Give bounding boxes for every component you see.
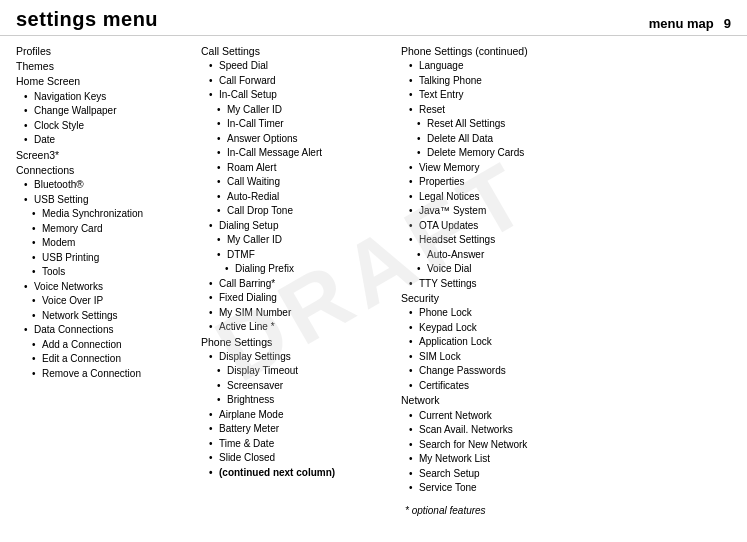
- list-item: Data Connections: [16, 323, 189, 338]
- list-item: Clock Style: [16, 119, 189, 134]
- list-item: Scan Avail. Networks: [401, 423, 589, 438]
- list-item: Java™ System: [401, 204, 589, 219]
- list-item: Auto-Answer: [401, 248, 589, 263]
- col-1: ProfilesThemesHome ScreenNavigation Keys…: [10, 44, 195, 530]
- list-item: Reset All Settings: [401, 117, 589, 132]
- list-item: Call Forward: [201, 74, 389, 89]
- list-item: Home Screen: [16, 74, 189, 89]
- list-item: Battery Meter: [201, 422, 389, 437]
- col-2: Call SettingsSpeed DialCall ForwardIn-Ca…: [195, 44, 395, 530]
- list-item: Dialing Prefix: [201, 262, 389, 277]
- list-item: Keypad Lock: [401, 321, 589, 336]
- list-item: My SIM Number: [201, 306, 389, 321]
- list-item: Slide Closed: [201, 451, 389, 466]
- list-item: Legal Notices: [401, 190, 589, 205]
- optional-note: * optional features: [401, 504, 589, 519]
- list-item: Screen3*: [16, 148, 189, 163]
- list-item: Phone Settings (continued): [401, 44, 589, 59]
- list-item: Text Entry: [401, 88, 589, 103]
- list-item: In-Call Message Alert: [201, 146, 389, 161]
- list-item: Tools: [16, 265, 189, 280]
- list-item: Edit a Connection: [16, 352, 189, 367]
- list-item: Change Wallpaper: [16, 104, 189, 119]
- list-item: Dialing Setup: [201, 219, 389, 234]
- list-item: Search Setup: [401, 467, 589, 482]
- list-item: OTA Updates: [401, 219, 589, 234]
- list-item: Active Line *: [201, 320, 389, 335]
- list-item: My Caller ID: [201, 103, 389, 118]
- list-item: Brightness: [201, 393, 389, 408]
- list-item: USB Printing: [16, 251, 189, 266]
- list-item: Modem: [16, 236, 189, 251]
- list-item: USB Setting: [16, 193, 189, 208]
- list-item: Navigation Keys: [16, 90, 189, 105]
- list-item: Network: [401, 393, 589, 408]
- list-item: In-Call Timer: [201, 117, 389, 132]
- list-item: Phone Settings: [201, 335, 389, 350]
- list-item: Call Settings: [201, 44, 389, 59]
- list-item: Reset: [401, 103, 589, 118]
- page-label: menu map: [649, 16, 714, 31]
- list-item: Call Waiting: [201, 175, 389, 190]
- list-item: Fixed Dialing: [201, 291, 389, 306]
- list-item: Memory Card: [16, 222, 189, 237]
- page-title: settings menu: [16, 8, 158, 31]
- list-item: Add a Connection: [16, 338, 189, 353]
- list-item: Voice Networks: [16, 280, 189, 295]
- list-item: Themes: [16, 59, 189, 74]
- list-item: In-Call Setup: [201, 88, 389, 103]
- list-item: Speed Dial: [201, 59, 389, 74]
- list-item: Profiles: [16, 44, 189, 59]
- list-item: View Memory: [401, 161, 589, 176]
- list-item: Connections: [16, 163, 189, 178]
- list-item: Application Lock: [401, 335, 589, 350]
- list-item: Auto-Redial: [201, 190, 389, 205]
- list-item: Service Tone: [401, 481, 589, 496]
- list-item: Talking Phone: [401, 74, 589, 89]
- list-item: Search for New Network: [401, 438, 589, 453]
- list-item: Screensaver: [201, 379, 389, 394]
- list-item: Remove a Connection: [16, 367, 189, 382]
- content-area: ProfilesThemesHome ScreenNavigation Keys…: [0, 36, 747, 534]
- list-item: Bluetooth®: [16, 178, 189, 193]
- list-item: DTMF: [201, 248, 389, 263]
- list-item: Delete All Data: [401, 132, 589, 147]
- list-item: Language: [401, 59, 589, 74]
- list-item: Call Barring*: [201, 277, 389, 292]
- list-item: Airplane Mode: [201, 408, 389, 423]
- list-item: SIM Lock: [401, 350, 589, 365]
- list-item: Current Network: [401, 409, 589, 424]
- list-item: My Caller ID: [201, 233, 389, 248]
- list-item: Display Settings: [201, 350, 389, 365]
- page-header: settings menu menu map 9: [0, 0, 747, 36]
- list-item: Call Drop Tone: [201, 204, 389, 219]
- page-num: 9: [724, 16, 731, 31]
- list-item: Display Timeout: [201, 364, 389, 379]
- list-item: Time & Date: [201, 437, 389, 452]
- list-item: (continued next column): [201, 466, 389, 481]
- list-item: Delete Memory Cards: [401, 146, 589, 161]
- list-item: Voice Dial: [401, 262, 589, 277]
- list-item: Network Settings: [16, 309, 189, 324]
- list-item: Date: [16, 133, 189, 148]
- list-item: Media Synchronization: [16, 207, 189, 222]
- list-item: TTY Settings: [401, 277, 589, 292]
- list-item: Properties: [401, 175, 589, 190]
- list-item: Security: [401, 291, 589, 306]
- list-item: Phone Lock: [401, 306, 589, 321]
- list-item: Answer Options: [201, 132, 389, 147]
- col-3: Phone Settings (continued)LanguageTalkin…: [395, 44, 595, 530]
- list-item: Voice Over IP: [16, 294, 189, 309]
- list-item: Certificates: [401, 379, 589, 394]
- list-item: Roam Alert: [201, 161, 389, 176]
- list-item: My Network List: [401, 452, 589, 467]
- list-item: Headset Settings: [401, 233, 589, 248]
- list-item: Change Passwords: [401, 364, 589, 379]
